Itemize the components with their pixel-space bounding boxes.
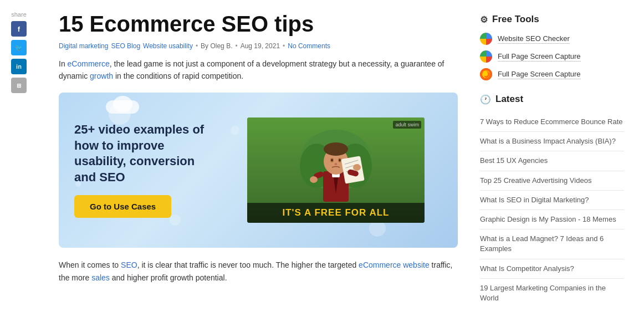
latest-item-9: 19 Largest Marketing Companies in the Wo… — [480, 279, 624, 308]
latest-link-9[interactable]: 19 Largest Marketing Companies in the Wo… — [480, 284, 606, 302]
tool-item-seo-checker[interactable]: Website SEO Checker — [480, 33, 624, 45]
sidebar: Free Tools Website SEO Checker Full Page… — [480, 11, 624, 321]
free-tools-section: Free Tools Website SEO Checker Full Page… — [480, 14, 624, 80]
free-tools-label: Free Tools — [492, 14, 539, 25]
link-growth[interactable]: growth — [90, 71, 113, 80]
tag-seo-blog[interactable]: SEO Blog — [111, 42, 140, 50]
tool-link-seo-checker[interactable]: Website SEO Checker — [498, 34, 570, 44]
google-icon-1 — [480, 33, 492, 45]
meta-comments[interactable]: No Comments — [288, 42, 330, 50]
article-meta: Digital marketing SEO Blog Website usabi… — [59, 42, 458, 50]
banner-image: adult swim — [229, 117, 442, 223]
share-label: share — [11, 11, 27, 18]
tool-link-full-page-1[interactable]: Full Page Screen Capture — [498, 52, 581, 62]
gear-icon — [480, 14, 488, 25]
video-label: adult swim — [393, 121, 421, 129]
latest-item-3: Best 15 UX Agencies — [480, 151, 624, 171]
main-content: 15 Ecommerce SEO tips Digital marketing … — [59, 11, 458, 321]
latest-link-1[interactable]: 7 Ways to Reduce Ecommerce Bounce Rate — [480, 117, 622, 126]
tool-item-full-page-1[interactable]: Full Page Screen Capture — [480, 50, 624, 63]
latest-title: 🕐 Latest — [480, 94, 624, 105]
tag-website-usability[interactable]: Website usability — [143, 42, 193, 50]
latest-item-2: What is a Business Impact Analysis (BIA)… — [480, 132, 624, 151]
latest-item-5: What Is SEO in Digital Marketing? — [480, 191, 624, 210]
google-icon-2 — [480, 50, 492, 63]
latest-list: 7 Ways to Reduce Ecommerce Bounce Rate W… — [480, 113, 624, 308]
banner-text: 25+ video examples of how to improve usa… — [74, 122, 218, 185]
linkedin-share-button[interactable]: in — [11, 59, 27, 74]
video-thumbnail[interactable]: adult swim — [247, 117, 425, 223]
banner-left: 25+ video examples of how to improve usa… — [74, 122, 218, 218]
share-bar: share f 🐦 in ⊞ — [11, 11, 27, 93]
video-caption: IT'S A FREE FOR ALL — [247, 203, 425, 223]
latest-item-8: What Is Competitor Analysis? — [480, 259, 624, 279]
latest-item-4: Top 25 Creative Advertising Videos — [480, 171, 624, 191]
latest-link-7[interactable]: What is a Lead Magnet? 7 Ideas and 6 Exa… — [480, 234, 604, 253]
meta-separator-2: • — [235, 42, 237, 50]
latest-link-4[interactable]: Top 25 Creative Advertising Videos — [480, 176, 591, 185]
svg-point-20 — [353, 164, 361, 171]
svg-point-10 — [331, 159, 333, 161]
article-intro: In eCommerce, the lead game is not just … — [59, 58, 458, 83]
meta-date: Aug 19, 2021 — [241, 42, 280, 50]
latest-link-5[interactable]: What Is SEO in Digital Marketing? — [480, 196, 589, 204]
link-ecommerce-website[interactable]: eCommerce website — [359, 260, 430, 269]
latest-link-2[interactable]: What is a Business Impact Analysis (BIA)… — [480, 137, 616, 145]
article-title: 15 Ecommerce SEO tips — [59, 11, 458, 37]
tool-item-full-page-2[interactable]: Full Page Screen Capture — [480, 68, 624, 80]
link-seo[interactable]: SEO — [121, 260, 137, 269]
latest-item-1: 7 Ways to Reduce Ecommerce Bounce Rate — [480, 113, 624, 132]
svg-point-11 — [339, 159, 341, 161]
svg-point-19 — [310, 176, 318, 183]
link-sales[interactable]: sales — [91, 273, 110, 282]
cloud-top — [113, 96, 132, 113]
link-ecommerce[interactable]: eCommerce — [68, 59, 110, 68]
latest-link-8[interactable]: What Is Competitor Analysis? — [480, 264, 574, 273]
latest-link-3[interactable]: Best 15 UX Agencies — [480, 156, 548, 165]
latest-item-7: What is a Lead Magnet? 7 Ideas and 6 Exa… — [480, 229, 624, 259]
latest-item-6: Graphic Design is My Passion - 18 Memes — [480, 210, 624, 229]
svg-point-7 — [324, 142, 348, 156]
man-figure-svg — [300, 127, 372, 213]
tool-link-full-page-2[interactable]: Full Page Screen Capture — [498, 70, 581, 79]
meta-author: By Oleg B. — [201, 42, 232, 50]
firefox-icon — [480, 68, 492, 80]
latest-label: Latest — [495, 94, 523, 105]
svg-point-12 — [335, 163, 338, 165]
meta-separator-3: • — [283, 42, 285, 50]
latest-link-6[interactable]: Graphic Design is My Passion - 18 Memes — [480, 215, 616, 223]
tag-digital-marketing[interactable]: Digital marketing — [59, 42, 108, 50]
banner-button[interactable]: Go to Use Cases — [74, 195, 171, 218]
other-share-button[interactable]: ⊞ — [11, 78, 27, 93]
clock-icon: 🕐 — [480, 94, 491, 105]
twitter-share-button[interactable]: 🐦 — [11, 40, 27, 55]
facebook-share-button[interactable]: f — [11, 21, 27, 37]
article-banner: 25+ video examples of how to improve usa… — [59, 93, 458, 248]
meta-separator-1: • — [196, 42, 198, 50]
free-tools-title: Free Tools — [480, 14, 624, 25]
latest-section: 🕐 Latest 7 Ways to Reduce Ecommerce Boun… — [480, 94, 624, 308]
article-body: When it comes to SEO, it is clear that t… — [59, 259, 458, 284]
